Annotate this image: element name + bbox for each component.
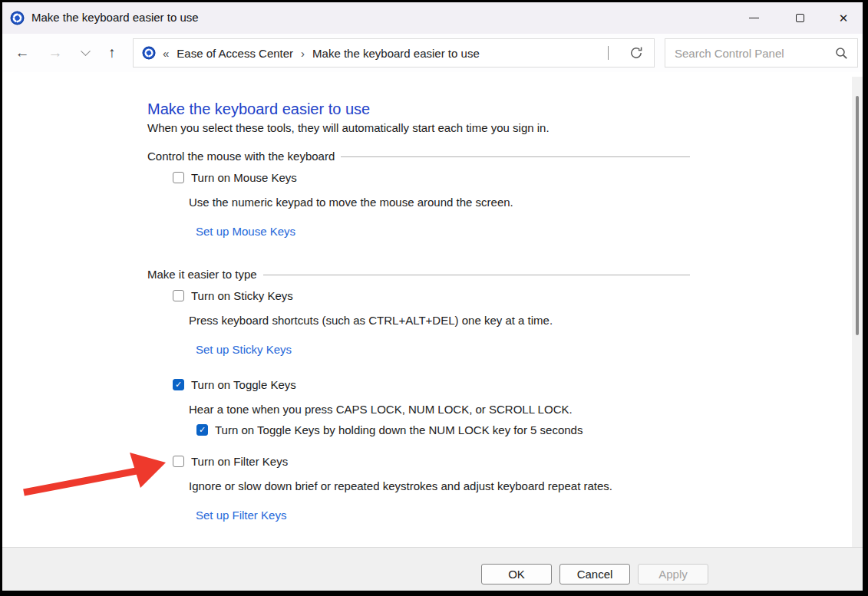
search-icon[interactable] [835,47,848,60]
checkbox-label: Turn on Mouse Keys [191,171,297,184]
close-button[interactable]: ✕ [826,2,861,34]
mouse-keys-checkbox[interactable]: ✓ [173,172,184,183]
checkbox-row-toggle-keys[interactable]: ✓ Turn on Toggle Keys [173,378,296,391]
vertical-scrollbar[interactable] [852,77,863,547]
checkbox-label: Turn on Toggle Keys [191,378,296,391]
red-annotation-arrow [2,72,186,509]
cancel-button[interactable]: Cancel [559,564,630,584]
section-divider [263,275,690,275]
breadcrumb-current-page[interactable]: Make the keyboard easier to use [312,47,480,60]
maximize-button[interactable] [782,2,817,34]
section-easier-to-type: Make it easier to type [147,268,690,281]
set-up-filter-keys-link[interactable]: Set up Filter Keys [196,509,286,522]
control-panel-window: Make the keyboard easier to use ✕ ← → ↑ … [0,0,868,596]
maximize-icon [796,14,804,22]
forward-icon: → [48,44,63,61]
window-title: Make the keyboard easier to use [31,11,199,24]
minimize-icon [749,18,759,18]
back-icon: ← [15,44,30,61]
section-control-mouse: Control the mouse with the keyboard [147,150,690,163]
breadcrumb-ease-of-access-center[interactable]: Ease of Access Center [177,47,293,60]
filter-keys-description: Ignore or slow down brief or repeated ke… [189,479,612,492]
navigation-bar: ← → ↑ « Ease of Access Center › Make the… [2,34,863,72]
scrollbar-thumb[interactable] [856,96,859,335]
section-header-label: Control the mouse with the keyboard [147,150,335,163]
breadcrumb-overflow-icon[interactable]: « [163,47,169,60]
title-bar: Make the keyboard easier to use ✕ [2,2,863,34]
sticky-keys-checkbox[interactable]: ✓ [173,290,184,301]
checkbox-row-filter-keys[interactable]: ✓ Turn on Filter Keys [173,455,288,468]
checkbox-row-mouse-keys[interactable]: ✓ Turn on Mouse Keys [173,171,297,184]
search-input[interactable] [675,47,835,60]
set-up-sticky-keys-link[interactable]: Set up Sticky Keys [196,343,292,356]
breadcrumb-separator-icon: › [301,47,305,60]
chevron-down-icon [608,46,609,60]
back-button[interactable]: ← [9,34,35,72]
apply-button[interactable]: Apply [638,564,708,584]
up-icon: ↑ [108,44,116,61]
search-box [665,38,858,68]
button-bar: OK Cancel Apply [2,547,863,591]
filter-keys-checkbox[interactable]: ✓ [173,456,184,467]
close-icon: ✕ [839,12,849,24]
forward-button[interactable]: → [42,34,68,72]
minimize-button[interactable] [736,2,771,34]
checkbox-row-toggle-keys-numlock[interactable]: ✓ Turn on Toggle Keys by holding down th… [196,423,583,436]
up-button[interactable]: ↑ [99,34,125,72]
refresh-icon [629,45,644,61]
page-title: Make the keyboard easier to use [147,100,370,118]
toggle-keys-description: Hear a tone when you press CAPS LOCK, NU… [189,403,573,416]
checkbox-row-sticky-keys[interactable]: ✓ Turn on Sticky Keys [173,289,293,302]
mouse-keys-description: Use the numeric keypad to move the mouse… [189,196,513,209]
address-dropdown-button[interactable] [608,46,609,60]
section-header-label: Make it easier to type [147,268,257,281]
check-icon: ✓ [175,380,182,389]
refresh-button[interactable] [629,45,644,61]
page-subtitle: When you select these tools, they will a… [147,121,550,134]
page-content: Make the keyboard easier to use When you… [2,72,863,547]
toggle-keys-numlock-checkbox[interactable]: ✓ [196,424,208,436]
checkbox-label: Turn on Filter Keys [191,455,288,468]
address-bar[interactable]: « Ease of Access Center › Make the keybo… [133,38,655,68]
set-up-mouse-keys-link[interactable]: Set up Mouse Keys [196,225,295,238]
check-icon: ✓ [199,426,206,434]
ease-of-access-icon [142,46,156,60]
checkbox-label: Turn on Sticky Keys [191,289,293,302]
checkbox-label: Turn on Toggle Keys by holding down the … [215,423,583,436]
chevron-down-icon [81,46,91,56]
ok-button[interactable]: OK [481,564,552,584]
sticky-keys-description: Press keyboard shortcuts (such as CTRL+A… [189,314,553,327]
ease-of-access-icon [10,11,25,25]
recent-pages-dropdown[interactable] [72,34,98,72]
section-divider [341,156,690,157]
toggle-keys-checkbox[interactable]: ✓ [173,379,184,390]
